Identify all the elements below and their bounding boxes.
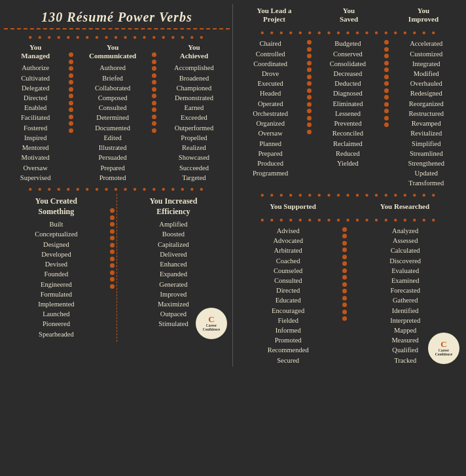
list-item: Documented [77, 123, 148, 133]
improved-header: YouImproved [386, 7, 461, 24]
list-item: Delivered [120, 249, 227, 259]
list-item: Planned [238, 139, 302, 149]
list-item: Formulated [7, 289, 106, 299]
list-item: Promoted [77, 173, 148, 183]
list-item: Customized [393, 49, 459, 59]
list-item: Demonstrated [161, 93, 227, 103]
bottom-left-sections: You CreatedSomething Built Conceptualize… [4, 194, 230, 342]
top-three-col: YouManaged Authorize Cultivated Delegate… [4, 42, 230, 184]
list-item: Inspired [7, 133, 64, 143]
page: 130 Résumé Power Verbs ● ● ● ● ● ● ● ● ●… [0, 0, 466, 371]
career-logo-1: C CareerConfidence [196, 308, 227, 339]
career-logo-text: CareerConfidence [203, 323, 221, 332]
list-item: Oversaw [238, 128, 302, 138]
list-item: Consolidated [315, 59, 380, 69]
researched-header-cell: You Researched [349, 202, 461, 213]
list-item: Prepared [77, 163, 148, 173]
list-item: Evaluated [351, 266, 459, 276]
managed-list: Authorize Cultivated Delegated Directed … [7, 63, 64, 183]
list-item: Realized [161, 143, 227, 153]
list-item: Gathered [351, 295, 459, 305]
list-item: Fielded [238, 316, 338, 325]
right-header-row: You Lead aProject YouSaved YouImproved [236, 4, 462, 27]
list-item: Analyzed [351, 226, 459, 236]
list-item: Earned [161, 103, 227, 113]
researched-section: Analyzed Assessed Calculated Discovered … [348, 225, 462, 367]
list-item: Exceeded [161, 113, 227, 122]
list-item: Motivated [7, 153, 64, 162]
list-item: Broadened [161, 73, 227, 83]
left-panel: 130 Résumé Power Verbs ● ● ● ● ● ● ● ● ●… [4, 4, 232, 367]
list-item: Interpreted [351, 316, 459, 325]
list-item: Drove [238, 69, 302, 79]
list-item: Delegated [7, 83, 64, 93]
list-item: Counseled [238, 266, 338, 276]
dot-separator-right-3: ● ● ● ● ● ● ● ● ● ● ● ● ● ● ● ● ● ● ● [236, 215, 462, 225]
dots-col-2 [151, 42, 158, 184]
saved-section: Budgeted Conserved Consolidated Decrease… [313, 37, 382, 189]
list-item: Collaborated [77, 83, 148, 93]
researched-header: You Researched [349, 202, 461, 211]
list-item: Promoted [238, 335, 338, 345]
list-item: Composed [77, 93, 148, 103]
title-block: 130 Résumé Power Verbs [4, 4, 230, 29]
list-item: Outperformed [161, 123, 227, 133]
list-item: Expanded [120, 269, 227, 279]
list-item: Informed [238, 325, 338, 335]
list-item: Engineered [7, 280, 106, 289]
dot-separator-right-1: ● ● ● ● ● ● ● ● ● ● ● ● ● ● ● ● ● ● ● [236, 27, 462, 37]
list-item: Executed [238, 79, 302, 88]
right-bottom-data: Advised Advocated Arbitrated Coached Cou… [236, 225, 462, 367]
list-item: Reduced [315, 149, 380, 158]
lead-header: You Lead aProject [237, 7, 312, 24]
list-item: Updated [393, 168, 459, 178]
list-item: Determined [77, 113, 148, 122]
dots-col-3 [109, 194, 116, 342]
lead-header-cell: You Lead aProject [237, 7, 312, 26]
list-item: Diagnosed [315, 88, 380, 98]
list-item: Championed [161, 83, 227, 93]
communicated-list: Authored Briefed Collaborated Composed C… [77, 63, 148, 183]
created-section: You CreatedSomething Built Conceptualize… [4, 194, 109, 342]
list-item: Persuaded [77, 153, 148, 162]
saved-list: Budgeted Conserved Consolidated Decrease… [315, 39, 380, 168]
list-item: Founded [7, 269, 106, 279]
list-item: Chaired [238, 39, 302, 48]
supported-section: Advised Advocated Arbitrated Coached Cou… [236, 225, 340, 367]
list-item: Integrated [393, 59, 459, 69]
lead-section: Chaired Controlled Coordinated Drove Exe… [236, 37, 305, 189]
list-item: Briefed [77, 73, 148, 83]
list-item: Cultivated [7, 73, 64, 83]
list-item: Reorganized [393, 99, 459, 109]
increased-section: You IncreasedEfficiency Amplified Booste… [116, 194, 230, 342]
list-item: Prepared [238, 149, 302, 158]
supported-list: Advised Advocated Arbitrated Coached Cou… [238, 226, 338, 365]
list-item: Examined [351, 276, 459, 285]
list-item: Designed [7, 240, 106, 249]
list-item: Modified [393, 69, 459, 79]
list-item: Controlled [238, 49, 302, 59]
list-item: Enhanced [120, 259, 227, 269]
career-logo-symbol-2: C [440, 340, 446, 348]
list-item: Conceptualized [7, 229, 106, 239]
supported-header-cell: You Supported [237, 202, 349, 213]
list-item: Boosted [120, 229, 227, 239]
list-item: Mentored [7, 143, 64, 153]
list-item: Built [7, 219, 106, 229]
list-item: Prevented [315, 119, 380, 128]
list-item: Yielded [315, 158, 380, 168]
list-item: Orchestrated [238, 109, 302, 119]
achieved-header: YouAchieved [161, 43, 227, 60]
list-item: Reconciled [315, 128, 380, 138]
list-item: Programmed [238, 168, 302, 178]
list-item: Produced [238, 158, 302, 168]
communicated-header: YouCommunicated [77, 43, 148, 60]
main-title: 130 Résumé Power Verbs [7, 9, 227, 26]
list-item: Budgeted [315, 39, 380, 48]
saved-header: YouSaved [312, 7, 386, 24]
list-item: Directed [7, 93, 64, 103]
list-item: Consulted [77, 103, 148, 113]
list-item: Accelerated [393, 39, 459, 48]
list-item: Restructured [393, 109, 459, 119]
list-item: Advocated [238, 236, 338, 246]
